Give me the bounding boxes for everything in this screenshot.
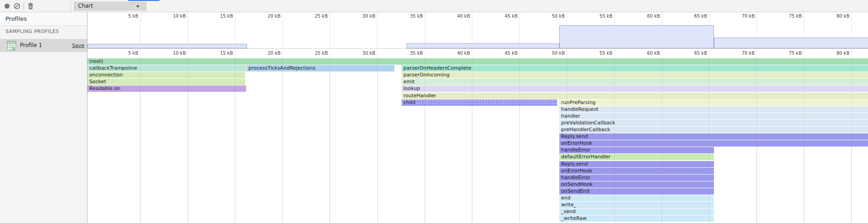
overview-baseline <box>87 48 868 49</box>
toolbar-separator <box>24 3 24 9</box>
flame-gridline-over <box>472 58 472 223</box>
active-tab-indicator <box>128 0 160 1</box>
flame-bar-handleerror[interactable]: handleError <box>559 175 714 181</box>
flame-gridline-over <box>804 58 804 223</box>
overview-tick-label: 70 kB <box>729 14 755 19</box>
overview-tick-label: 50 kB <box>539 14 565 19</box>
flame-tick-label: 10 kB <box>160 51 186 56</box>
profiles-header: Profiles <box>0 12 87 26</box>
flame-bar-handleerror[interactable]: handleError <box>559 147 714 153</box>
flame-bar--send[interactable]: _send <box>559 209 714 215</box>
overview-tick-label: 15 kB <box>208 14 233 19</box>
overview-tick-label: 75 kB <box>776 14 802 19</box>
flame-bar-defaulterrorhandler[interactable]: defaultErrorHandler <box>559 154 714 160</box>
flame-bar-write-[interactable]: write_ <box>559 202 714 208</box>
overview-tick-label: 5 kB <box>113 14 138 19</box>
flame-bar-reply-send[interactable]: Reply.send <box>559 161 714 167</box>
overview-tick-label: 40 kB <box>445 14 470 19</box>
flame-bar-handler[interactable]: handler <box>559 113 868 119</box>
flame-bar-onerrorhook[interactable]: onErrorHook <box>559 168 714 174</box>
flame-tick-label: 70 kB <box>729 51 755 56</box>
flame-chart-pane: 5 kB10 kB15 kB20 kB25 kB30 kB35 kB40 kB4… <box>87 12 868 223</box>
profiles-sidebar: Profiles SAMPLING PROFILES % Profile 1 S… <box>0 12 87 223</box>
overview-step[interactable] <box>714 38 868 48</box>
flame-bar-runpreparsing[interactable]: runPreParsing <box>559 100 868 106</box>
flame-tick-label: 45 kB <box>492 51 518 56</box>
flame-tick-label: 35 kB <box>398 51 423 56</box>
overview-step[interactable] <box>559 25 714 48</box>
flame-gridline-over <box>282 58 283 223</box>
overview-tick-label: 45 kB <box>492 14 518 19</box>
toolbar-divider <box>71 0 71 12</box>
flame-gridline-over <box>188 58 188 223</box>
flame-tick-label: 55 kB <box>587 51 612 56</box>
flame-tick-label: 65 kB <box>682 51 707 56</box>
view-mode-selected-label: Chart <box>78 3 93 9</box>
flame-gridline-over <box>377 58 378 223</box>
flame-bar-end[interactable]: end <box>559 195 714 201</box>
profile-name: Profile 1 <box>20 42 42 48</box>
flame-bar-onsendend[interactable]: onSendEnd <box>559 188 714 195</box>
overview-gridline <box>140 12 141 48</box>
overview-gridline <box>425 12 425 48</box>
flame-gridline-over <box>235 58 235 223</box>
flame-bar-reply-send[interactable]: Reply.send <box>559 133 868 140</box>
clear-icon[interactable] <box>13 2 21 10</box>
overview-gridline <box>377 12 378 48</box>
flame-tick-label: 60 kB <box>635 51 660 56</box>
flame-tick-label: 80 kB <box>824 51 849 56</box>
sampling-profiles-section-label: SAMPLING PROFILES <box>5 28 59 34</box>
flame-bar-socket[interactable]: Socket <box>87 79 245 85</box>
flame-tick-label: 15 kB <box>208 51 233 56</box>
overview-gridline <box>519 12 520 48</box>
flame-tick-label: 20 kB <box>255 51 281 56</box>
flame-gridline-over <box>851 58 852 223</box>
flame-bar-prehandlercallback[interactable]: preHandlerCallback <box>559 127 868 133</box>
flame-bar-onsendhook[interactable]: onSendHook <box>559 181 714 188</box>
overview-tick-label: 55 kB <box>587 14 612 19</box>
profiler-toolbar: Chart <box>0 0 868 12</box>
flame-bar-onerrorhook[interactable]: onErrorHook <box>559 140 868 147</box>
flame-gridline-over <box>756 58 757 223</box>
flame-bar--writeraw[interactable]: _writeRaw <box>559 215 714 222</box>
trash-icon[interactable] <box>26 2 35 10</box>
flame-gridline-over <box>425 58 425 223</box>
overview-tick-label: 65 kB <box>682 14 707 19</box>
overview-tick-label: 80 kB <box>824 14 849 19</box>
overview-tick-label: 30 kB <box>350 14 375 19</box>
flame-gridline-over <box>330 58 330 223</box>
flame-tick-label: 40 kB <box>445 51 470 56</box>
flame-bar-readable-on[interactable]: Readable.on <box>87 85 246 92</box>
overview-gridline <box>188 12 188 48</box>
flame-bar--root-[interactable]: (root) <box>87 58 868 65</box>
save-link[interactable]: Save <box>72 43 84 48</box>
flame-gridline-over <box>567 58 567 223</box>
flame-gridline-over <box>140 58 141 223</box>
flame-tick-label: 50 kB <box>539 51 565 56</box>
overview-gridline <box>235 12 235 48</box>
flame-tick-label: 25 kB <box>302 51 328 56</box>
overview-gridline <box>282 12 283 48</box>
svg-text:%: % <box>12 47 15 51</box>
flame-bar-onconnection[interactable]: onconnection <box>87 72 245 78</box>
flame-bar-handlerequest[interactable]: handleRequest <box>559 106 868 113</box>
record-icon[interactable] <box>3 2 11 10</box>
overview-gridline <box>472 12 472 48</box>
flame-gridline-over <box>662 58 662 223</box>
heap-profiler-panel: Chart Profiles SAMPLING PROFILES % Profi… <box>0 0 868 223</box>
profile-document-icon: % <box>7 41 16 52</box>
flame-bar-callbacktrampoline[interactable]: callbackTrampoline <box>87 65 246 71</box>
chevron-down-icon <box>136 5 140 8</box>
flame-bar-processticksandrejections[interactable]: processTicksAndRejections <box>247 65 394 71</box>
flame-gridline-over <box>709 58 709 223</box>
flame-bar-prevalidationcallback[interactable]: preValidationCallback <box>559 120 868 126</box>
overview-gridline <box>330 12 330 48</box>
view-mode-select[interactable]: Chart <box>74 2 146 10</box>
overview-step[interactable] <box>87 44 247 48</box>
flame-tick-label: 30 kB <box>350 51 375 56</box>
overview-tick-label: 10 kB <box>160 14 186 19</box>
flame-gridline-over <box>614 58 615 223</box>
overview-step[interactable] <box>407 43 559 48</box>
sidebar-item-profile-1[interactable]: % Profile 1 Save <box>0 39 87 52</box>
overview-tick-label: 20 kB <box>255 14 281 19</box>
